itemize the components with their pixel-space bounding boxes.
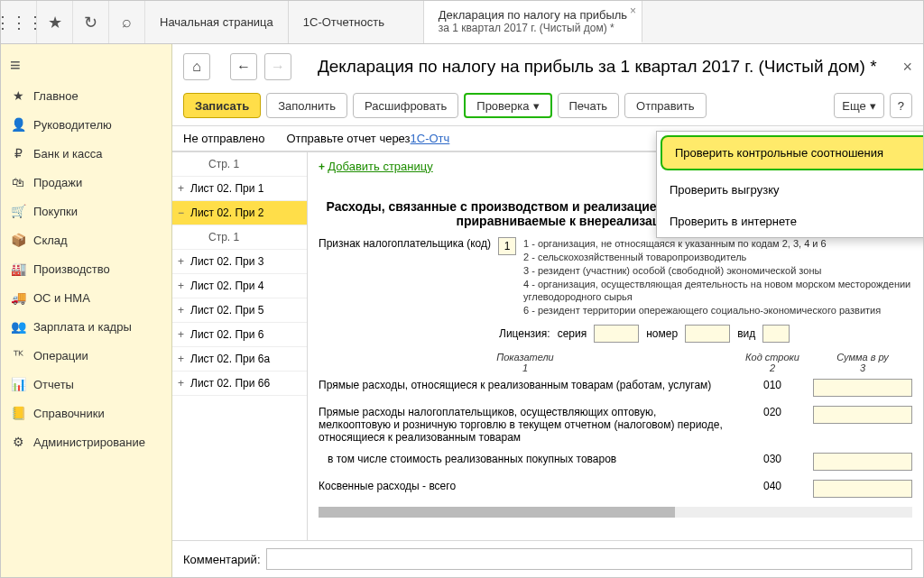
tab-sublabel: за 1 квартал 2017 г. (Чистый дом) * (439, 22, 627, 34)
history-icon[interactable]: ↻ (73, 1, 109, 43)
status-hint: Отправьте отчет через (286, 132, 410, 145)
table-row: Прямые расходы налогоплательщиков, осуще… (319, 406, 912, 444)
sidebar-item-production[interactable]: 🏭Производство (1, 254, 171, 283)
amount-field[interactable] (813, 379, 912, 397)
check-online-item[interactable]: Проверить в интернете (657, 206, 924, 237)
check-relations-item[interactable]: Проверить контрольные соотношения (661, 135, 924, 170)
page-item[interactable]: −Лист 02. При 2 (172, 201, 307, 225)
table-row: Косвенные расходы - всего 040 (319, 480, 912, 498)
expand-icon[interactable]: + (178, 255, 187, 268)
expand-icon[interactable]: + (178, 353, 187, 365)
amount-field[interactable] (813, 406, 912, 424)
plus-icon: + (319, 161, 328, 173)
amount-field[interactable] (813, 453, 912, 471)
sidebar-item-manager[interactable]: 👤Руководителю (1, 110, 171, 139)
home-button[interactable]: ⌂ (183, 53, 210, 80)
chevron-down-icon: ▾ (533, 99, 540, 113)
people-icon: 👥 (10, 319, 26, 334)
table-row: Прямые расходы, относящиеся к реализован… (319, 379, 912, 397)
sidebar-item-operations[interactable]: ᵀᴷОперации (1, 341, 171, 370)
fill-button[interactable]: Заполнить (266, 93, 347, 118)
add-page-link[interactable]: Добавить страницу (328, 160, 432, 173)
chart-icon: 📊 (10, 377, 26, 391)
page-item[interactable]: +Лист 02. При 5 (172, 298, 307, 323)
ruble-icon: ₽ (10, 146, 26, 161)
gear-icon: ⚙ (10, 435, 26, 449)
check-export-item[interactable]: Проверить выгрузку (657, 174, 924, 206)
page-title: Декларация по налогу на прибыль за 1 ква… (299, 57, 895, 77)
sidebar-item-bank[interactable]: ₽Банк и касса (1, 139, 171, 168)
taxpayer-code-field[interactable]: 1 (498, 237, 516, 255)
app-grid-icon[interactable]: ⋮⋮⋮ (1, 1, 37, 43)
sidebar-item-salary[interactable]: 👥Зарплата и кадры (1, 312, 171, 341)
star-icon: ★ (10, 88, 26, 103)
close-icon[interactable]: × (630, 5, 636, 17)
license-number-field[interactable] (685, 325, 730, 343)
chevron-down-icon: ▾ (870, 99, 876, 113)
check-dropdown: Проверить контрольные соотношения Провер… (656, 131, 924, 238)
truck-icon: 🚚 (10, 290, 26, 305)
page-item[interactable]: Стр. 1 (172, 225, 307, 250)
box-icon: 📦 (10, 233, 26, 247)
page-item[interactable]: +Лист 02. При 6а (172, 347, 307, 372)
sidebar-item-warehouse[interactable]: 📦Склад (1, 225, 171, 254)
license-kind-field[interactable] (762, 325, 790, 343)
pages-tree[interactable]: Стр. 1 +Лист 02. При 1 −Лист 02. При 2 С… (172, 152, 308, 540)
expand-icon[interactable]: + (178, 304, 187, 317)
expand-icon[interactable]: + (178, 377, 187, 390)
check-button[interactable]: Проверка▾ (464, 93, 551, 118)
sidebar-item-admin[interactable]: ⚙Администрирование (1, 427, 171, 456)
send-status: Не отправлено (183, 132, 264, 145)
forward-button[interactable]: → (264, 53, 291, 80)
code-legend: 1 - организация, не относящаяся к указан… (523, 237, 912, 317)
sidebar-item-reports[interactable]: 📊Отчеты (1, 370, 171, 399)
tab-label: Начальная страница (160, 15, 273, 29)
save-button[interactable]: Записать (183, 93, 261, 118)
horizontal-scrollbar[interactable] (319, 507, 912, 518)
bag-icon: 🛍 (10, 175, 26, 189)
page-item[interactable]: +Лист 02. При 6 (172, 323, 307, 347)
more-button[interactable]: Еще▾ (834, 93, 883, 118)
sidebar-item-catalogs[interactable]: 📒Справочники (1, 399, 171, 427)
person-icon: 👤 (10, 117, 26, 132)
favorite-icon[interactable]: ★ (37, 1, 73, 43)
table-row: в том числе стоимость реализованных поку… (319, 453, 912, 471)
sidebar-toggle[interactable]: ≡ (1, 50, 171, 81)
page-item[interactable]: +Лист 02. При 4 (172, 274, 307, 298)
page-item[interactable]: +Лист 02. При 3 (172, 250, 307, 274)
sidebar-item-sales[interactable]: 🛍Продажи (1, 168, 171, 197)
cart-icon: 🛒 (10, 204, 26, 218)
license-label: Лицензия: (499, 327, 550, 340)
tab-label: 1С-Отчетность (303, 15, 409, 29)
expand-icon[interactable]: + (178, 280, 187, 292)
comment-input[interactable] (266, 548, 913, 570)
tab-home[interactable]: Начальная страница (145, 1, 289, 43)
sidebar: ≡ ★Главное 👤Руководителю ₽Банк и касса 🛍… (1, 44, 172, 577)
expand-icon[interactable]: + (178, 328, 187, 341)
collapse-icon[interactable]: − (178, 206, 187, 219)
tab-declaration[interactable]: Декларация по налогу на прибыль за 1 ква… (424, 1, 642, 43)
amount-field[interactable] (813, 480, 912, 498)
help-button[interactable]: ? (890, 93, 912, 118)
page-item[interactable]: +Лист 02. При 66 (172, 372, 307, 396)
print-button[interactable]: Печать (558, 93, 620, 118)
send-via-link[interactable]: 1С-Отч (411, 132, 450, 145)
decode-button[interactable]: Расшифровать (353, 93, 458, 118)
page-item[interactable]: +Лист 02. При 1 (172, 177, 307, 201)
table-header: Показатели1 Код строки2 Сумма в ру3 (319, 352, 912, 373)
comment-label: Комментарий: (183, 553, 261, 566)
sidebar-item-main[interactable]: ★Главное (1, 81, 171, 110)
license-serial-field[interactable] (594, 325, 639, 343)
back-button[interactable]: ← (230, 53, 257, 80)
sidebar-item-assets[interactable]: 🚚ОС и НМА (1, 283, 171, 312)
sidebar-item-purchases[interactable]: 🛒Покупки (1, 197, 171, 225)
send-button[interactable]: Отправить (624, 93, 706, 118)
tab-reporting[interactable]: 1С-Отчетность (289, 1, 424, 43)
factory-icon: 🏭 (10, 261, 26, 276)
book-icon: 📒 (10, 406, 26, 420)
expand-icon[interactable]: + (178, 182, 187, 195)
ops-icon: ᵀᴷ (10, 348, 26, 362)
page-item[interactable]: Стр. 1 (172, 152, 307, 177)
search-icon[interactable]: ⌕ (109, 1, 145, 43)
close-icon[interactable]: × (902, 58, 912, 77)
